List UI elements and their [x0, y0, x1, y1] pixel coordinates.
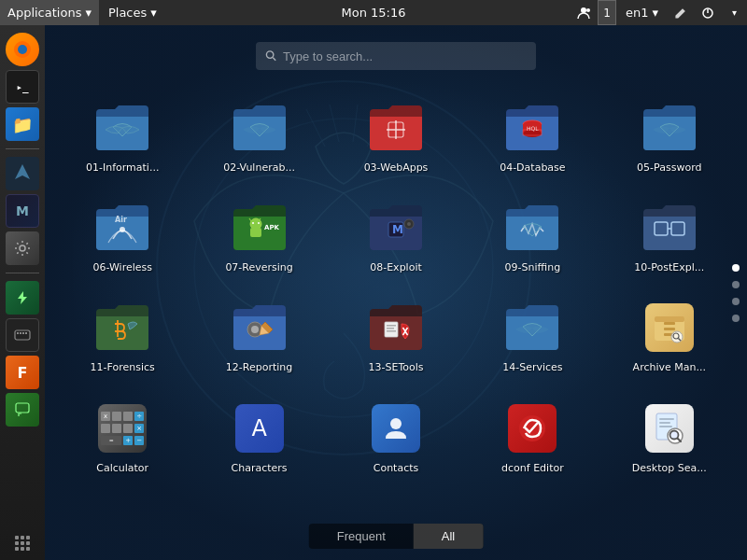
app-item-03-webapps[interactable]: 03-WebApps	[332, 91, 459, 181]
tab-frequent[interactable]: Frequent	[309, 524, 414, 549]
svg-rect-47	[387, 325, 396, 327]
app-item-characters[interactable]: A Characters	[195, 391, 322, 482]
svg-text:Air: Air	[115, 216, 127, 224]
svg-rect-53	[655, 316, 684, 322]
applications-menu[interactable]: Applications ▾	[0, 0, 99, 25]
app-item-06-wireless[interactable]: Air 06-Wireless	[59, 190, 186, 281]
app-item-01-informati[interactable]: 01-Informati...	[59, 91, 186, 181]
applications-arrow: ▾	[85, 6, 92, 20]
power-icon[interactable]	[695, 0, 720, 25]
scroll-dots	[732, 264, 740, 322]
desktop-search-icon	[645, 404, 694, 453]
sidebar-item-settings[interactable]	[6, 231, 39, 265]
main-area: 01-Informati... 02-Vulnerab...	[45, 25, 747, 560]
app-icon-wrapper: HQL	[502, 98, 562, 158]
dconf-icon	[508, 404, 557, 453]
app-label-03: 03-WebApps	[364, 161, 429, 174]
app-icon-wrapper: Air	[92, 198, 152, 258]
svg-rect-8	[20, 332, 21, 334]
tab-all[interactable]: All	[414, 524, 483, 549]
svg-rect-55	[664, 328, 675, 330]
sidebar-item-app-grid[interactable]	[6, 526, 39, 560]
sidebar-divider-2	[6, 273, 39, 273]
app-item-04-database[interactable]: HQL 04-Database	[469, 91, 596, 181]
app-item-dconf-editor[interactable]: dconf Editor	[469, 391, 596, 482]
svg-rect-14	[26, 536, 30, 539]
app-label-08: 08-Exploit	[370, 261, 422, 273]
scroll-dot-2[interactable]	[732, 281, 740, 288]
keyboard-arrow: ▾	[652, 6, 658, 20]
pen-icon[interactable]	[668, 0, 693, 25]
sidebar-item-chat[interactable]	[6, 393, 39, 427]
svg-text:APK: APK	[264, 224, 280, 231]
app-item-13-setools[interactable]: 13-SETools	[332, 290, 459, 381]
sidebar-divider-1	[6, 148, 39, 149]
sidebar-item-firefox[interactable]	[6, 33, 39, 66]
svg-rect-6	[15, 330, 30, 340]
places-menu[interactable]: Places ▾	[101, 0, 164, 25]
search-bar[interactable]	[256, 42, 536, 70]
svg-rect-17	[26, 541, 30, 545]
keyboard-label: en1	[626, 6, 649, 20]
search-input[interactable]	[283, 49, 527, 63]
calculator-icon: x ÷ × = + −	[98, 404, 147, 453]
app-item-12-reporting[interactable]: 12-Reporting	[195, 290, 322, 381]
app-item-07-reversing[interactable]: APK 07-Reversing	[195, 190, 322, 281]
app-item-archive-manager[interactable]: Archive Man...	[606, 290, 733, 381]
app-label-archive: Archive Man...	[633, 361, 706, 373]
sidebar-item-kali[interactable]	[6, 157, 39, 190]
sidebar-item-terminal[interactable]: ▸_	[6, 70, 39, 104]
scroll-dot-1[interactable]	[732, 264, 740, 272]
sidebar: ▸_ 📁 M F	[0, 25, 45, 560]
sidebar-item-green-app[interactable]	[6, 281, 39, 315]
svg-rect-64	[659, 422, 670, 424]
scroll-dot-4[interactable]	[732, 315, 740, 322]
sidebar-item-metasploit[interactable]: M	[6, 194, 39, 228]
sidebar-item-files[interactable]: 📁	[6, 107, 39, 141]
app-item-14-services[interactable]: 14-Services	[469, 290, 596, 381]
app-item-02-vulnerab[interactable]: 02-Vulnerab...	[195, 91, 322, 181]
svg-point-5	[20, 245, 25, 251]
power-arrow[interactable]: ▾	[722, 0, 747, 25]
app-item-calculator[interactable]: x ÷ × = + −	[59, 391, 186, 482]
app-item-contacts[interactable]: Contacts	[332, 391, 459, 482]
applications-label: Applications	[7, 6, 81, 20]
places-arrow: ▾	[150, 6, 157, 20]
svg-rect-7	[17, 332, 19, 334]
clock[interactable]: Mon 15:16	[341, 6, 405, 20]
svg-rect-11	[16, 403, 29, 413]
app-label-11: 11-Forensics	[91, 361, 155, 373]
keyboard-layout[interactable]: en1 ▾	[618, 0, 666, 25]
sidebar-item-keyboard[interactable]	[6, 318, 39, 352]
app-icon-wrapper	[502, 198, 562, 258]
app-icon-wrapper	[366, 399, 426, 458]
svg-text:HQL: HQL	[527, 125, 539, 132]
app-item-05-password[interactable]: 05-Password	[606, 91, 733, 181]
user-icon[interactable]	[571, 0, 596, 25]
svg-rect-18	[15, 547, 19, 551]
svg-point-4	[18, 45, 27, 54]
svg-point-45	[251, 326, 259, 333]
characters-icon: A	[235, 404, 284, 453]
app-label-09: 09-Sniffing	[505, 261, 561, 273]
app-item-desktop-search[interactable]: Desktop Sea...	[606, 391, 733, 482]
topbar: Applications ▾ Places ▾ Mon 15:16 1 en1 …	[0, 0, 747, 25]
svg-rect-13	[21, 536, 24, 539]
scroll-dot-3[interactable]	[732, 298, 740, 305]
app-icon-wrapper	[640, 98, 699, 158]
app-label-04: 04-Database	[500, 161, 565, 174]
svg-rect-35	[250, 228, 261, 237]
app-label-10: 10-PostExpl...	[634, 261, 704, 273]
svg-rect-10	[25, 332, 27, 334]
app-item-08-exploit[interactable]: M 08-Exploit	[332, 190, 459, 281]
bottom-tabs: Frequent All	[309, 524, 484, 549]
places-label: Places	[108, 6, 147, 20]
contacts-icon	[372, 404, 420, 453]
sidebar-item-burp[interactable]: F	[6, 356, 39, 389]
app-item-09-sniffing[interactable]: 09-Sniffing	[469, 190, 596, 281]
app-item-10-postexpl[interactable]: 10-PostExpl...	[606, 190, 733, 281]
svg-text:M: M	[392, 223, 403, 236]
app-icon-wrapper	[502, 298, 562, 357]
app-item-11-forensics[interactable]: 11-Forensics	[59, 290, 186, 381]
workspace-indicator[interactable]: 1	[598, 0, 616, 25]
